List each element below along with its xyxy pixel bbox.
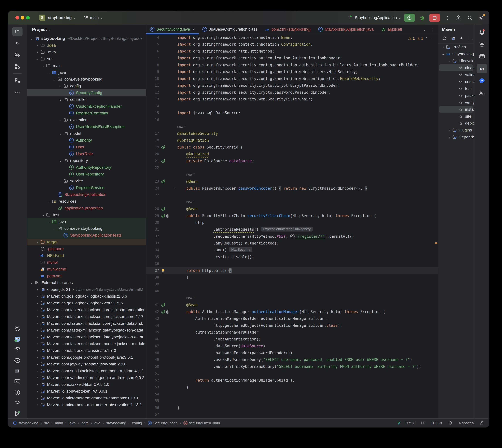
breadcrumb-item-securityconfig[interactable]: CSecurityConfig xyxy=(148,421,178,425)
tree-item-mavencom.vaadin.external.googleandroid-json0.0.2[interactable]: ›Maven: com.vaadin.external.google:andro… xyxy=(27,374,146,381)
editor-tab-applicati[interactable]: applicati xyxy=(377,25,406,34)
tree-item-exception[interactable]: ⌄exception xyxy=(27,116,146,123)
tree-expand-chevron-icon[interactable]: › xyxy=(35,349,40,352)
breadcrumb-item-staybooking[interactable]: staybooking xyxy=(13,421,38,425)
code-line-28[interactable]: 28 @Bean xyxy=(146,206,438,212)
code-line-11[interactable]: 11import org.springframework.security.cr… xyxy=(146,82,438,89)
breadcrumb-item-config[interactable]: config xyxy=(132,421,142,425)
code-line-9[interactable]: 9import org.springframework.security.con… xyxy=(146,68,438,75)
tree-item-mvnw[interactable]: mvnw xyxy=(27,259,146,266)
inspector-robot-icon[interactable] xyxy=(448,420,453,426)
tree-expand-chevron-icon[interactable]: › xyxy=(35,383,40,386)
code-line-40[interactable]: 40 xyxy=(146,288,438,295)
settings-button[interactable] xyxy=(477,14,485,21)
project-name[interactable]: staybooking xyxy=(48,16,72,20)
code-line-15[interactable]: 15import javax.sql.DataSource; xyxy=(146,110,438,116)
tree-item-staybooking[interactable]: ⌄staybooking~/Desktop/Projects/StayBooki… xyxy=(27,35,146,42)
tree-item-repository[interactable]: ⌄repository xyxy=(27,157,146,164)
indent-setting[interactable]: 4 spaces xyxy=(459,421,474,425)
project-view-chevron-icon[interactable]: ⌄ xyxy=(48,28,51,31)
tree-item-main[interactable]: ⌄main xyxy=(27,62,146,69)
code-line-30[interactable]: 30 http xyxy=(146,219,438,226)
tool-button-code-with-me[interactable] xyxy=(477,88,487,97)
code-line-8[interactable]: 8import org.springframework.security.con… xyxy=(146,62,438,68)
tool-button-terminal[interactable] xyxy=(12,377,22,386)
code-line-48[interactable]: 48 .passwordEncoder(passwordEncoder()) xyxy=(146,350,438,356)
tree-expand-chevron-icon[interactable]: › xyxy=(35,295,40,298)
tree-item-mavencom.fasterxmlclassmate1.7.0[interactable]: ›Maven: com.fasterxml:classmate:1.7.0 xyxy=(27,347,146,354)
code-line-45[interactable]: 45 authenticationManagerBuilder xyxy=(146,329,438,336)
tool-button-ai-chat[interactable] xyxy=(477,76,487,85)
tree-item-mavencom.fasterxml.jackson.corejackson-annotation[interactable]: ›Maven: com.fasterxml.jackson.core:jacks… xyxy=(27,306,146,313)
tree-expand-chevron-icon[interactable]: ⌄ xyxy=(58,159,63,162)
code-line-31[interactable]: 31 .authorizeRequests() ExpressionInterc… xyxy=(146,226,438,233)
tree-expand-chevron-icon[interactable]: ⌄ xyxy=(46,220,52,224)
tree-expand-chevron-icon[interactable]: › xyxy=(35,376,40,379)
code-line-49[interactable]: 49 .usersByUsernameQuery("SELECT usernam… xyxy=(146,356,438,363)
code-line-24[interactable]: 24› public PasswordEncoder passwordEncod… xyxy=(146,185,438,192)
tree-item-help.md[interactable]: M↓HELP.md xyxy=(27,252,146,259)
tree-expand-chevron-icon[interactable]: › xyxy=(35,301,40,305)
code-line-51[interactable]: 51 xyxy=(146,370,438,377)
tree-expand-chevron-icon[interactable]: › xyxy=(35,356,40,359)
at-icon[interactable]: @ xyxy=(166,214,169,218)
code-viewport[interactable]: 4import org.springframework.context.anno… xyxy=(146,33,438,418)
tree-item-resources[interactable]: ⌄resources xyxy=(27,198,146,205)
spring-gutter-icon[interactable] xyxy=(161,302,165,307)
breadcrumb-item-staybooking[interactable]: staybooking xyxy=(106,421,126,425)
maven-item-clean[interactable]: clean xyxy=(439,64,473,71)
tree-item-config[interactable]: ⌄config xyxy=(27,82,146,89)
tool-button-build-hammer[interactable] xyxy=(12,345,22,354)
tree-item-mavenio.jsonwebtokenjjwt0.9.1[interactable]: ›Maven: io.jsonwebtoken:jjwt:0.9.1 xyxy=(27,388,146,395)
tree-expand-chevron-icon[interactable]: › xyxy=(35,362,40,366)
code-line-34[interactable]: 34 .and() HttpSecurity xyxy=(146,247,438,254)
tree-expand-chevron-icon[interactable]: ⌄ xyxy=(46,200,52,203)
code-line-4[interactable]: 4import org.springframework.context.anno… xyxy=(146,34,438,41)
tree-expand-chevron-icon[interactable]: ⌄ xyxy=(58,179,63,183)
tree-item-mavencom.fasterxml.jackson.modulejackson-module[interactable]: ›Maven: com.fasterxml.jackson.module:jac… xyxy=(27,340,146,347)
code-line-12[interactable]: 12import org.springframework.security.cr… xyxy=(146,89,438,96)
code-line-20[interactable]: 20 @Autowired xyxy=(146,151,438,158)
spring-gutter-icon[interactable] xyxy=(161,179,165,184)
tree-expand-chevron-icon[interactable]: › xyxy=(35,369,40,372)
tree-expand-chevron-icon[interactable]: › xyxy=(35,50,40,54)
maven-item-deploy[interactable]: deploy xyxy=(439,120,473,127)
tool-button-notifications-bell[interactable] xyxy=(477,28,487,37)
code-line-36[interactable]: 36 xyxy=(146,260,438,267)
code-line-41[interactable]: 41 @Bean xyxy=(146,302,438,308)
breadcrumb-item-main[interactable]: main xyxy=(55,421,63,425)
code-vision-inlay[interactable]: new * xyxy=(146,199,438,206)
tree-expand-chevron-icon[interactable]: ⌄ xyxy=(52,227,57,230)
maven-toolbar-run-chevron[interactable]: › xyxy=(471,37,473,41)
tool-button-database[interactable] xyxy=(477,40,487,49)
code-line-50[interactable]: 50 .authoritiesByUsernameQuery("SELECT u… xyxy=(146,363,438,370)
code-line-10[interactable]: 10import org.springframework.security.co… xyxy=(146,75,438,82)
tree-item-authorityrepository[interactable]: IAuthorityRepository xyxy=(27,164,146,171)
tree-item-test[interactable]: ⌄test xyxy=(27,211,146,218)
tree-item-mavencom.fasterxml.jackson.datatypejackson-datat[interactable]: ›Maven: com.fasterxml.jackson.datatype:j… xyxy=(27,327,146,334)
tree-item-mavencom.zaxxerhikaricp5.1.0[interactable]: ›Maven: com.zaxxer:HikariCP:5.1.0 xyxy=(27,381,146,388)
tree-expand-chevron-icon[interactable]: ⌄ xyxy=(29,281,34,285)
tree-item-controller[interactable]: ⌄controller xyxy=(27,96,146,103)
code-line-35[interactable]: 35 .csrf().disable(); xyxy=(146,254,438,260)
at-icon[interactable]: @ xyxy=(166,310,169,314)
project-chevron-icon[interactable]: ⌄ xyxy=(73,16,76,20)
code-vision-inlay[interactable]: new * xyxy=(146,171,438,178)
tool-button-contributors[interactable] xyxy=(477,52,487,61)
code-line-46[interactable]: 46 .jdbcAuthentication() xyxy=(146,336,438,343)
tree-item-mavencom.google.protobufprotobuf-java3.6.1[interactable]: ›Maven: com.google.protobuf:protobuf-jav… xyxy=(27,354,146,361)
maven-item-test[interactable]: test xyxy=(439,85,473,92)
tree-item-userrole[interactable]: EUserRole xyxy=(27,150,146,157)
weak-warning-badge[interactable]: ⚠ 1 xyxy=(417,36,423,41)
spring-gutter-icon[interactable] xyxy=(161,159,165,163)
tool-button-version-control[interactable] xyxy=(12,62,22,71)
tree-expand-chevron-icon[interactable]: › xyxy=(35,390,40,393)
spring-gutter-icon[interactable] xyxy=(161,206,165,211)
tree-expand-chevron-icon[interactable]: › xyxy=(447,128,452,132)
tree-item-staybookingapplication[interactable]: CStaybookingApplication xyxy=(27,191,146,198)
maven-toolbar-download[interactable] xyxy=(459,36,464,42)
tree-item-customexceptionhandler[interactable]: CCustomExceptionHandler xyxy=(27,103,146,110)
tree-item-user[interactable]: CUser xyxy=(27,144,146,150)
editor-tab-pom.xmlstaybooking[interactable]: mpom.xml (staybooking) xyxy=(261,25,314,34)
close-window-button[interactable] xyxy=(16,16,19,19)
